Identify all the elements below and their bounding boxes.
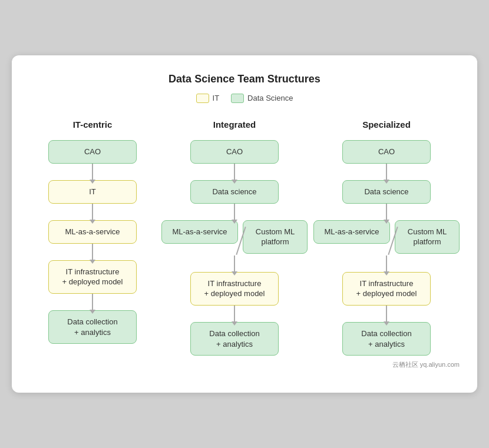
arrow-4 — [92, 294, 93, 310]
node-it-centric-cao: CAO — [48, 140, 137, 164]
arrow-line — [92, 294, 93, 310]
branch-row-integrated: ML-as-a-service Custom ML platform — [161, 220, 308, 255]
node-it-centric-it: IT — [48, 180, 137, 204]
arrow-4 — [234, 306, 235, 322]
arrow-line — [92, 164, 93, 180]
arrow-1 — [92, 164, 93, 180]
node-specialized-ds: Data science — [342, 180, 431, 204]
node-specialized-it-infra: IT infrastructure + deployed model — [342, 272, 431, 306]
arrow-line — [92, 244, 93, 260]
branch-separator — [238, 220, 242, 255]
branch-left-integrated: ML-as-a-service — [161, 220, 238, 244]
legend-it-box — [196, 94, 209, 103]
branch-right-specialized: Custom ML platform — [395, 220, 460, 254]
legend-ds: Data Science — [231, 94, 293, 103]
branch-row-specialized: ML-as-a-service Custom ML platform — [313, 220, 460, 255]
node-integrated-data-collect: Data collection + analytics — [190, 322, 279, 356]
arrow-line — [386, 255, 387, 272]
col-header-it-centric: IT-centric — [73, 120, 113, 130]
arrow-line — [234, 306, 235, 322]
legend: IT Data Science — [29, 94, 460, 103]
arrow-3 — [92, 244, 93, 260]
arrow-2 — [386, 204, 387, 220]
col-header-integrated: Integrated — [213, 120, 256, 130]
arrow-line — [386, 204, 387, 220]
arrow-line — [386, 164, 387, 180]
node-specialized-custom-ml: Custom ML platform — [395, 220, 460, 254]
node-specialized-cao: CAO — [342, 140, 431, 164]
arrow-line — [234, 204, 235, 220]
legend-ds-box — [231, 94, 244, 103]
node-integrated-it-infra: IT infrastructure + deployed model — [190, 272, 279, 306]
node-it-centric-it-infra: IT infrastructure + deployed model — [48, 260, 137, 294]
node-integrated-cao: CAO — [190, 140, 279, 164]
page-title: Data Science Team Structures — [29, 73, 460, 85]
node-specialized-ml-service: ML-as-a-service — [313, 220, 390, 244]
arrow-1 — [234, 164, 235, 180]
branch-sep-spec — [390, 220, 394, 255]
node-integrated-ds: Data science — [190, 180, 279, 204]
column-specialized: Specialized CAO Data science ML-as-a-ser… — [313, 120, 460, 356]
column-it-centric: IT-centric CAO IT ML-as-a-service IT inf… — [29, 120, 156, 356]
arrow-line — [92, 204, 93, 220]
branch-left-specialized: ML-as-a-service — [313, 220, 390, 244]
node-it-centric-data-collect: Data collection + analytics — [48, 310, 137, 344]
arrow-2 — [234, 204, 235, 220]
legend-ds-label: Data Science — [247, 94, 293, 102]
node-integrated-ml-service: ML-as-a-service — [161, 220, 238, 244]
arrow-2 — [92, 204, 93, 220]
arrow-3 — [386, 255, 387, 272]
legend-it-label: IT — [213, 94, 220, 102]
branch-right-integrated: Custom ML platform — [243, 220, 308, 254]
node-specialized-data-collect: Data collection + analytics — [342, 322, 431, 356]
arrow-line — [234, 164, 235, 180]
node-integrated-custom-ml: Custom ML platform — [243, 220, 308, 254]
arrow-line — [234, 255, 235, 272]
arrow-3 — [234, 255, 235, 272]
column-integrated: Integrated CAO Data science ML-as-a-serv… — [161, 120, 308, 356]
watermark: 云栖社区 yq.aliyun.com — [29, 360, 460, 369]
arrow-1 — [386, 164, 387, 180]
columns-container: IT-centric CAO IT ML-as-a-service IT inf… — [29, 120, 460, 356]
legend-it: IT — [196, 94, 220, 103]
arrow-4 — [386, 306, 387, 322]
main-card: Data Science Team Structures IT Data Sci… — [12, 55, 477, 393]
col-header-specialized: Specialized — [362, 120, 411, 130]
arrow-line — [386, 306, 387, 322]
node-it-centric-ml-service: ML-as-a-service — [48, 220, 137, 244]
